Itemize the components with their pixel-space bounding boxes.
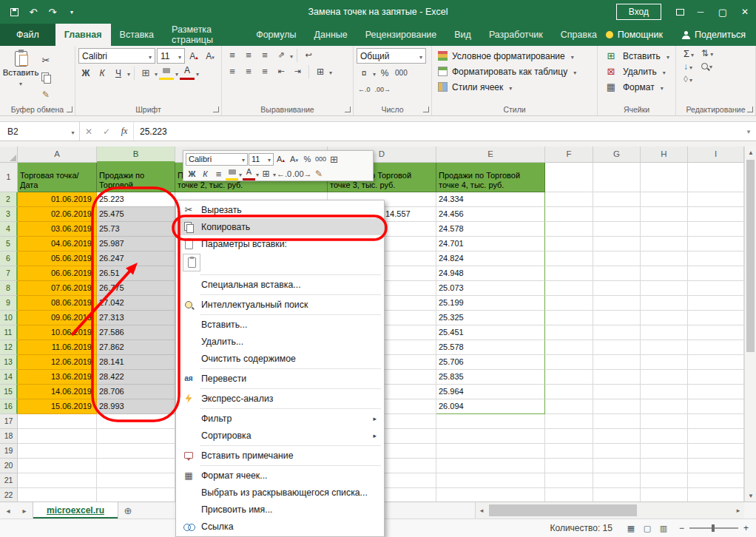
paste-option-button[interactable]: [183, 254, 200, 271]
sales-point1-cell[interactable]: 27.586: [97, 325, 175, 340]
cell[interactable]: [688, 207, 744, 222]
date-cell[interactable]: 07.06.2019: [18, 281, 97, 296]
date-cell[interactable]: 08.06.2019: [18, 296, 97, 311]
tab-page-layout[interactable]: Разметка страницы: [163, 24, 247, 46]
percent-style-button[interactable]: %: [377, 66, 392, 80]
cell[interactable]: [641, 192, 688, 207]
date-cell[interactable]: 03.06.2019: [18, 222, 97, 237]
cell[interactable]: [97, 488, 175, 501]
number-dialog-launcher[interactable]: [423, 107, 429, 112]
underline-dropdown-icon[interactable]: [127, 68, 130, 78]
tab-file[interactable]: Файл: [0, 24, 55, 46]
cell[interactable]: [688, 251, 744, 266]
sheet-tab-active[interactable]: microexcel.ru: [33, 502, 118, 519]
tab-review[interactable]: Рецензирование: [357, 24, 446, 46]
cell[interactable]: [545, 414, 593, 429]
merge-dropdown-icon[interactable]: [329, 67, 332, 77]
sales-point1-cell[interactable]: 25.987: [97, 237, 175, 251]
row-header[interactable]: 10: [0, 311, 18, 325]
cell[interactable]: [545, 340, 593, 355]
cell[interactable]: [688, 370, 744, 385]
merge-center-button[interactable]: [313, 64, 328, 78]
cell[interactable]: [641, 207, 688, 222]
cell[interactable]: [641, 429, 688, 444]
cell[interactable]: [688, 429, 744, 444]
cell[interactable]: [641, 473, 688, 488]
cell[interactable]: [545, 222, 593, 237]
cell[interactable]: [593, 488, 641, 501]
tab-help[interactable]: Справка: [552, 24, 606, 46]
cell[interactable]: [545, 444, 593, 459]
cell[interactable]: [641, 222, 688, 237]
mini-fill-color-button[interactable]: [226, 168, 238, 180]
mini-font-name-combo[interactable]: Calibri: [186, 153, 248, 166]
sheet-nav-right-icon[interactable]: [16, 502, 33, 519]
scroll-down-icon[interactable]: [745, 490, 756, 501]
sales-point4-cell[interactable]: 25.706: [436, 355, 545, 370]
cell[interactable]: [18, 414, 97, 429]
cell[interactable]: [545, 385, 593, 399]
wrap-text-button[interactable]: [301, 48, 316, 62]
cell[interactable]: [593, 207, 641, 222]
increase-indent-button[interactable]: [290, 64, 305, 78]
cell[interactable]: [545, 399, 593, 414]
cell[interactable]: [641, 414, 688, 429]
cell[interactable]: [18, 459, 97, 473]
font-dialog-launcher[interactable]: [213, 107, 219, 112]
orientation-dropdown-icon[interactable]: [290, 50, 293, 61]
save-button[interactable]: [6, 4, 22, 20]
cell[interactable]: [688, 340, 744, 355]
sales-point1-cell[interactable]: 27.313: [97, 311, 175, 325]
date-cell[interactable]: 10.06.2019: [18, 325, 97, 340]
mini-bold-button[interactable]: Ж: [186, 168, 198, 180]
date-cell[interactable]: 04.06.2019: [18, 237, 97, 251]
sales-point4-cell[interactable]: 25.835: [436, 370, 545, 385]
italic-button[interactable]: К: [95, 66, 109, 80]
font-color-dropdown-icon[interactable]: [196, 68, 199, 78]
cell[interactable]: [641, 399, 688, 414]
menu-item-delete[interactable]: Удалить...: [176, 333, 384, 350]
menu-item-link[interactable]: Ссылка: [176, 518, 384, 535]
row-header-1[interactable]: 1: [0, 163, 18, 192]
cell[interactable]: [593, 266, 641, 281]
cell[interactable]: [593, 311, 641, 325]
name-box-dropdown-icon[interactable]: [67, 122, 80, 141]
tab-view[interactable]: Вид: [445, 24, 480, 46]
cell[interactable]: [593, 414, 641, 429]
cell[interactable]: [545, 355, 593, 370]
cell[interactable]: [18, 429, 97, 444]
sales-point4-cell[interactable]: 25.199: [436, 296, 545, 311]
cell[interactable]: [641, 296, 688, 311]
date-cell[interactable]: 12.06.2019: [18, 355, 97, 370]
insert-cells-button[interactable]: Вставить: [601, 48, 672, 64]
vertical-scroll-thumb[interactable]: [746, 160, 755, 352]
customize-qat-button[interactable]: [64, 4, 80, 20]
cell[interactable]: [641, 355, 688, 370]
cell[interactable]: [436, 444, 545, 459]
cell[interactable]: [593, 340, 641, 355]
cell[interactable]: [18, 444, 97, 459]
menu-item-clear-contents[interactable]: Очистить содержимое: [176, 350, 384, 367]
menu-item-quick-analysis[interactable]: Экспресс-анализ: [176, 390, 384, 407]
cell[interactable]: [688, 222, 744, 237]
menu-item-format-cells[interactable]: Формат ячеек...: [176, 467, 384, 484]
page-break-view-button[interactable]: [657, 521, 670, 535]
confirm-entry-button[interactable]: ✓: [98, 122, 115, 141]
cell[interactable]: [593, 399, 641, 414]
sales-point1-cell[interactable]: 26.775: [97, 281, 175, 296]
column-header-b[interactable]: B: [97, 146, 175, 163]
sales-point4-cell[interactable]: 26.094: [436, 399, 545, 414]
page-layout-view-button[interactable]: [641, 521, 654, 535]
cell[interactable]: [641, 281, 688, 296]
date-cell[interactable]: 01.06.2019: [18, 192, 97, 207]
sales-point1-cell[interactable]: 25.73: [97, 222, 175, 237]
date-cell[interactable]: 05.06.2019: [18, 251, 97, 266]
cell[interactable]: [97, 414, 175, 429]
row-header[interactable]: 6: [0, 251, 18, 266]
sales-point4-cell[interactable]: 24.701: [436, 237, 545, 251]
row-header[interactable]: 4: [0, 222, 18, 237]
horizontal-scrollbar[interactable]: [475, 502, 744, 519]
cell[interactable]: [688, 488, 744, 501]
cell[interactable]: [641, 340, 688, 355]
cell[interactable]: [436, 473, 545, 488]
